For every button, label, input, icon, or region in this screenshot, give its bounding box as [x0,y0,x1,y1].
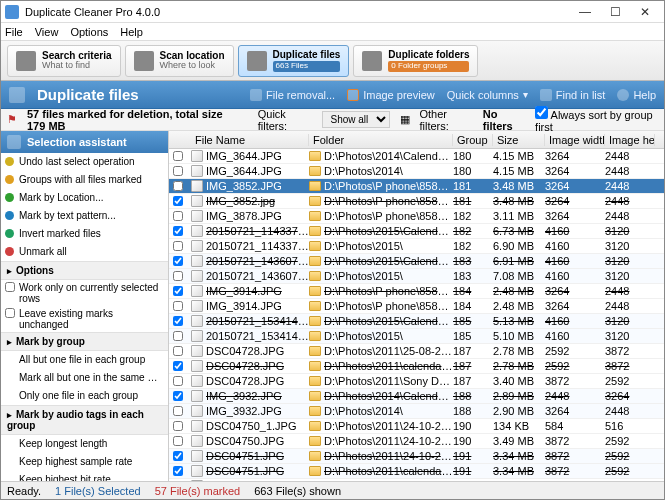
table-row[interactable]: IMG_3932.JPGD:\Photos\2014\1882.90 MB326… [169,404,664,419]
table-row[interactable]: 20150721_153414.jpgD:\Photos\2015\Calend… [169,314,664,329]
table-row[interactable]: 20150721_114337.jpgD:\Photos\2015\Calend… [169,224,664,239]
table-row[interactable]: 20150721_143607.jpgD:\Photos\2015\1837.0… [169,269,664,284]
sidebar-item[interactable]: Keep highest sample rate [1,453,168,471]
otherfilters-label: Other filters: [420,108,473,132]
toolbar-duplicate-folders[interactable]: Duplicate folders0 Folder groups [353,45,478,77]
table-row[interactable]: IMG_3852.JPGD:\Photos\P phone\858HDJE5\1… [169,179,664,194]
sidebar-item[interactable]: Keep highest bit rate [1,471,168,481]
flag-icon: ⚑ [7,113,17,126]
table-row[interactable]: DSC04728.JPGD:\Photos\2011\calendar\sept… [169,359,664,374]
search-icon [540,89,552,101]
sidebar-item[interactable]: Invert marked files [1,225,168,243]
sidebar-section-header[interactable]: Mark by audio tags in each group [1,405,168,435]
grid-body[interactable]: IMG_3644.JPGD:\Photos\2014\Calendar 2014… [169,149,664,481]
col-folder[interactable]: Folder [309,134,453,146]
table-row[interactable]: IMG_3644.JPGD:\Photos\2014\Calendar 2014… [169,149,664,164]
sidebar-item[interactable]: Mark by Location... [1,189,168,207]
menu-options[interactable]: Options [70,26,108,38]
grid-header: File Name Folder Group Size Image width … [169,131,664,149]
row-checkbox[interactable] [173,406,183,416]
table-row[interactable]: IMG_3644.JPGD:\Photos\2014\1804.15 MB326… [169,164,664,179]
table-row[interactable]: DSC04751.JPGD:\Photos\2011\24-10-2011\19… [169,449,664,464]
table-row[interactable]: 20150721_143607.jpgD:\Photos\2015\Calend… [169,254,664,269]
col-image-height[interactable]: Image height [605,134,655,146]
col-image-width[interactable]: Image width [545,134,605,146]
row-checkbox[interactable] [173,376,183,386]
row-checkbox[interactable] [173,166,183,176]
link-help[interactable]: Help [617,89,656,101]
quickfilters-select[interactable]: Show all [322,111,390,128]
row-checkbox[interactable] [173,331,183,341]
table-row[interactable]: IMG_3932.JPGD:\Photos\2014\Calendar 2014… [169,389,664,404]
row-checkbox[interactable] [173,301,183,311]
table-row[interactable]: IMG_3878.JPGD:\Photos\P phone\858HDJE5\1… [169,209,664,224]
menu-file[interactable]: File [5,26,23,38]
file-icon [191,465,203,477]
menu-view[interactable]: View [35,26,59,38]
table-row[interactable]: IMG_3914.JPGD:\Photos\P phone\858HDJE5\1… [169,284,664,299]
row-checkbox[interactable] [173,211,183,221]
row-checkbox[interactable] [173,391,183,401]
col-filename[interactable]: File Name [191,134,309,146]
link-image-preview[interactable]: Image preview [347,89,435,101]
table-row[interactable]: DSC04750.JPGD:\Photos\2011\24-10-2011\19… [169,434,664,449]
sidebar-item[interactable]: Only one file in each group [1,387,168,405]
toolbar-duplicate-files[interactable]: Duplicate files663 Files [238,45,350,77]
row-checkbox[interactable] [173,316,183,326]
close-button[interactable]: ✕ [630,3,660,21]
window-title: Duplicate Cleaner Pro 4.0.0 [25,6,570,18]
table-row[interactable]: DSC04750_1.JPGD:\Photos\2011\24-10-2011\… [169,419,664,434]
tab-header: Duplicate files File removal... Image pr… [1,81,664,109]
table-row[interactable]: DSC04728.JPGD:\Photos\2011\Sony DSC\1873… [169,374,664,389]
file-icon [191,300,203,312]
table-row[interactable]: IMG_3852.jpgD:\Photos\P phone\858HDJE5\1… [169,194,664,209]
row-checkbox[interactable] [173,361,183,371]
sidebar-item[interactable]: All but one file in each group [1,351,168,369]
row-checkbox[interactable] [173,256,183,266]
table-row[interactable]: 20150721_114337.jpgD:\Photos\2015\1826.9… [169,239,664,254]
sidebar-item[interactable]: Unmark all [1,243,168,261]
sidebar-item[interactable]: Undo last select operation [1,153,168,171]
table-row[interactable]: DSC04728.JPGD:\Photos\2011\25-08-2011\18… [169,344,664,359]
folder-icon [309,436,321,446]
sort-by-group[interactable]: Always sort by group first [535,106,658,133]
row-checkbox[interactable] [173,271,183,281]
file-icon [191,360,203,372]
link-file-removal[interactable]: File removal... [250,89,335,101]
sidebar-option[interactable]: Work only on currently selected rows [1,280,168,306]
sidebar-item[interactable]: Mark all but one in the same group and f… [1,369,168,387]
maximize-button[interactable]: ☐ [600,3,630,21]
row-checkbox[interactable] [173,181,183,191]
sidebar-section-header[interactable]: Mark by group [1,332,168,351]
sidebar-option[interactable]: Leave existing marks unchanged [1,306,168,332]
sidebar-item[interactable]: Groups with all files marked [1,171,168,189]
row-checkbox[interactable] [173,421,183,431]
row-checkbox[interactable] [173,451,183,461]
menu-help[interactable]: Help [120,26,143,38]
row-checkbox[interactable] [173,466,183,476]
link-find-in-list[interactable]: Find in list [540,89,606,101]
table-row[interactable]: DSC04751.JPGD:\Photos\2011\calendar\oct\… [169,464,664,479]
row-checkbox[interactable] [173,196,183,206]
row-checkbox[interactable] [173,286,183,296]
image-icon [347,89,359,101]
filter-next-icon[interactable]: ▦ [400,113,410,126]
col-size[interactable]: Size [493,134,545,146]
minimize-button[interactable]: — [570,3,600,21]
section-options[interactable]: Options [1,261,168,280]
link-quick-columns[interactable]: Quick columns ▾ [447,89,528,101]
sidebar-item[interactable]: Keep longest length [1,435,168,453]
row-checkbox[interactable] [173,346,183,356]
row-checkbox[interactable] [173,241,183,251]
status-selected: 1 File(s) Selected [55,485,141,497]
toolbar-scan-location[interactable]: Scan locationWhere to look [125,45,234,77]
toolbar-icon [16,51,36,71]
row-checkbox[interactable] [173,226,183,236]
table-row[interactable]: 20150721_153414.jpgD:\Photos\2015\1855.1… [169,329,664,344]
toolbar-search-criteria[interactable]: Search criteriaWhat to find [7,45,121,77]
row-checkbox[interactable] [173,151,183,161]
row-checkbox[interactable] [173,436,183,446]
table-row[interactable]: IMG_3914.JPGD:\Photos\P phone\858HDJE5\1… [169,299,664,314]
sidebar-item[interactable]: Mark by text pattern... [1,207,168,225]
col-group[interactable]: Group [453,134,493,146]
